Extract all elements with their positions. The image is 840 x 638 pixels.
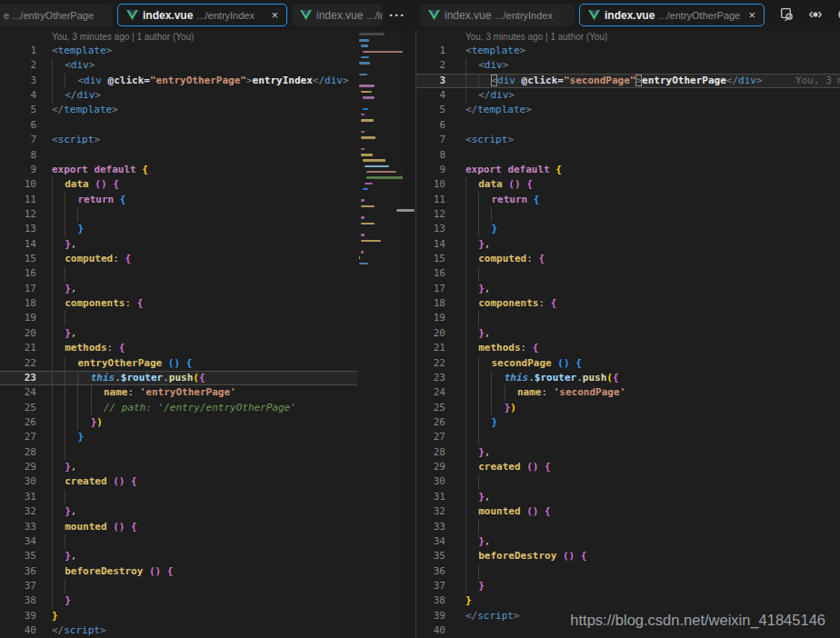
- tab-entryotherpage-clipped[interactable]: e .../entryOtherPage: [0, 4, 113, 26]
- code-text[interactable]: },: [52, 504, 357, 519]
- code-text[interactable]: [465, 430, 840, 444]
- code-text[interactable]: }: [465, 222, 840, 236]
- code-text[interactable]: export default {: [465, 163, 840, 177]
- code-text[interactable]: this.$router.push({: [52, 371, 357, 385]
- code-text[interactable]: [465, 564, 840, 579]
- code-text[interactable]: entryOtherPage () {: [52, 356, 357, 371]
- code-text[interactable]: },: [52, 549, 357, 563]
- code-text[interactable]: return {: [52, 193, 357, 207]
- tab-entryindex-right[interactable]: index.vue .../entryIndex: [420, 4, 575, 26]
- code-text[interactable]: [52, 579, 357, 593]
- code-text[interactable]: [52, 207, 357, 222]
- code-text[interactable]: [465, 520, 840, 534]
- code-text[interactable]: // path: '/entry/entryOtherPage': [52, 401, 357, 415]
- code-text[interactable]: name: 'secondPage': [465, 385, 840, 400]
- code-text[interactable]: },: [465, 282, 840, 296]
- code-text[interactable]: <div @click="entryOtherPage">entryIndex<…: [52, 74, 357, 88]
- code-text[interactable]: },: [465, 445, 840, 460]
- code-text[interactable]: <script>: [465, 133, 840, 147]
- code-text[interactable]: [52, 266, 357, 281]
- tab-group-left: e .../entryOtherPageindex.vue .../entryI…: [0, 0, 416, 30]
- code-text[interactable]: return {: [465, 193, 840, 207]
- code-text[interactable]: [52, 445, 357, 460]
- tab-close-icon[interactable]: ×: [264, 9, 278, 21]
- code-text[interactable]: beforeDestroy () {: [52, 564, 357, 579]
- code-text[interactable]: <div>: [465, 58, 840, 73]
- codelens-blame[interactable]: You, 3 minutes ago | 1 author (You): [52, 30, 357, 44]
- code-text[interactable]: <div @click="secondPage">entryOtherPage<…: [465, 74, 840, 88]
- code-text[interactable]: },: [52, 282, 357, 296]
- code-text[interactable]: beforeDestroy () {: [465, 549, 840, 563]
- line-number: 28: [416, 445, 445, 460]
- code-text[interactable]: <div>: [52, 58, 357, 73]
- code-text[interactable]: },: [465, 326, 840, 341]
- open-preview-icon[interactable]: [780, 7, 795, 22]
- codelens-blame[interactable]: You, 3 minutes ago | 1 author (You): [465, 30, 840, 44]
- code-text[interactable]: </template>: [465, 103, 840, 117]
- code-text[interactable]: [52, 311, 357, 325]
- code-text[interactable]: </script>: [52, 623, 357, 638]
- minimap[interactable]: [357, 30, 404, 638]
- code-text[interactable]: [465, 474, 840, 489]
- code-text[interactable]: }: [465, 579, 840, 593]
- code-text[interactable]: [465, 266, 840, 281]
- code-text[interactable]: computed: {: [52, 252, 357, 266]
- clipped-action-icon[interactable]: [836, 7, 840, 22]
- code-text[interactable]: <template>: [465, 44, 840, 58]
- code-text[interactable]: computed: {: [465, 252, 840, 266]
- code-text[interactable]: components: {: [52, 296, 357, 311]
- code-text[interactable]: </div>: [465, 88, 840, 103]
- tab-close-icon[interactable]: ×: [741, 9, 755, 21]
- code-text[interactable]: },: [52, 237, 357, 252]
- minimap-line: [361, 91, 372, 94]
- code-text[interactable]: }: [465, 415, 840, 430]
- code-text[interactable]: name: 'entryOtherPage': [52, 385, 357, 400]
- code-text[interactable]: },: [52, 326, 357, 341]
- code-text[interactable]: }: [52, 609, 357, 623]
- code-text[interactable]: components: {: [465, 296, 840, 311]
- code-text[interactable]: },: [52, 460, 357, 474]
- code-text[interactable]: </template>: [52, 103, 357, 117]
- code-text[interactable]: [52, 490, 357, 504]
- code-text[interactable]: secondPage () {: [465, 356, 840, 371]
- editor-sash[interactable]: [403, 30, 416, 638]
- code-text[interactable]: [52, 534, 357, 549]
- code-text[interactable]: export default {: [52, 163, 357, 177]
- code-text[interactable]: data () {: [52, 177, 357, 192]
- code-text[interactable]: created () {: [52, 474, 357, 489]
- code-text[interactable]: <script>: [52, 133, 357, 147]
- code-text[interactable]: }): [465, 401, 840, 415]
- code-text[interactable]: [465, 118, 840, 133]
- code-text[interactable]: }: [52, 593, 357, 608]
- code-text[interactable]: [52, 118, 357, 133]
- tab-log[interactable]: index.vue .../log: [292, 4, 383, 26]
- code-text[interactable]: },: [465, 534, 840, 549]
- code-text[interactable]: created () {: [465, 460, 840, 474]
- code-text[interactable]: mounted () {: [465, 504, 840, 519]
- sash-handle[interactable]: [396, 209, 415, 212]
- code-text[interactable]: <template>: [52, 44, 357, 58]
- code-text[interactable]: }: [52, 222, 357, 236]
- code-text[interactable]: [465, 207, 840, 222]
- code-text[interactable]: [465, 311, 840, 325]
- code-text[interactable]: }): [52, 415, 357, 430]
- more-actions-icon[interactable]: ···: [389, 7, 405, 23]
- code-text[interactable]: }: [52, 430, 357, 444]
- tab-entryindex[interactable]: index.vue .../entryIndex×: [117, 4, 287, 26]
- split-editor-icon[interactable]: [808, 7, 823, 22]
- code-text[interactable]: },: [465, 237, 840, 252]
- tab-entryotherpage[interactable]: index.vue .../entryOtherPage×: [579, 4, 765, 26]
- code-text[interactable]: },: [465, 490, 840, 504]
- code-text[interactable]: [465, 148, 840, 163]
- token: </: [65, 89, 76, 101]
- code-text[interactable]: this.$router.push({: [465, 371, 840, 385]
- code-text[interactable]: mounted () {: [52, 520, 357, 534]
- code-text[interactable]: methods: {: [52, 341, 357, 355]
- editor-pane-left[interactable]: You, 3 minutes ago | 1 author (You)1<tem…: [0, 30, 357, 638]
- code-text[interactable]: }: [465, 593, 840, 608]
- code-text[interactable]: data () {: [465, 177, 840, 192]
- code-text[interactable]: methods: {: [465, 341, 840, 355]
- code-text[interactable]: </div>: [52, 88, 357, 103]
- code-text[interactable]: [52, 148, 357, 163]
- editor-pane-right[interactable]: You, 3 minutes ago | 1 author (You)1<tem…: [416, 30, 840, 638]
